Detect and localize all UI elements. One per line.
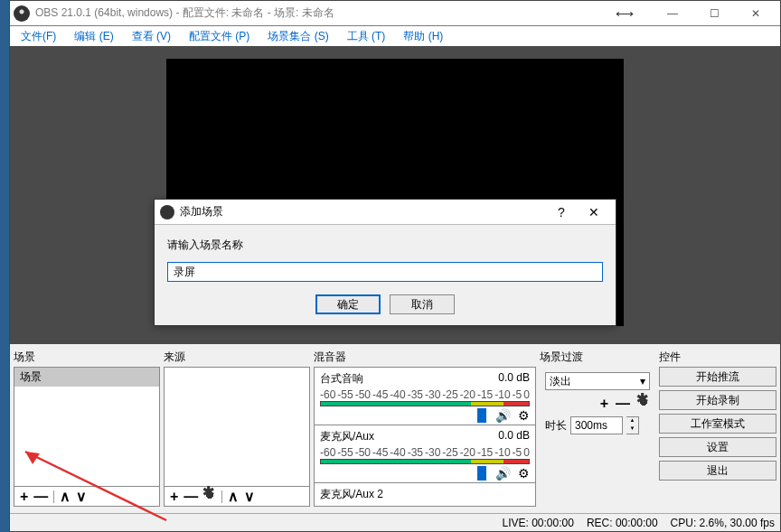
add-scene-dialog: 添加场景 ? ✕ 请输入场景名称 确定 取消	[154, 199, 616, 326]
mixer-panel: 混音器 台式音响 0.0 dB -60-55-50-45-40-35-30-25…	[314, 348, 536, 507]
minimize-button[interactable]: —	[652, 1, 693, 26]
channel-level: 0.0 dB	[498, 371, 530, 387]
sources-panel: 来源 + — ∧ ∨	[164, 348, 310, 507]
meter-bar	[320, 459, 530, 464]
obs-logo-icon	[14, 5, 30, 22]
mixer-channel: 麦克风/Aux 2 -60-55-50-45-40-35-30-25-20-15…	[315, 483, 535, 507]
settings-button[interactable]: 设置	[659, 437, 776, 457]
gear-icon	[203, 489, 216, 501]
add-transition-button[interactable]: +	[600, 397, 608, 411]
menu-profile[interactable]: 配置文件 (P)	[182, 27, 257, 46]
sources-panel-title: 来源	[164, 348, 310, 367]
gear-icon	[637, 396, 650, 408]
start-stream-button[interactable]: 开始推流	[659, 367, 776, 387]
menu-view[interactable]: 查看 (V)	[125, 27, 178, 46]
menu-help[interactable]: 帮助 (H)	[396, 27, 450, 46]
dialog-help-button[interactable]: ?	[545, 205, 578, 219]
volume-slider[interactable]	[477, 408, 486, 423]
annotation-arrow	[13, 443, 175, 529]
transitions-panel-title: 场景过渡	[540, 348, 655, 367]
controls-panel-title: 控件	[659, 348, 776, 367]
channel-name: 台式音响	[320, 371, 363, 387]
meter-ticks: -60-55-50-45-40-35-30-25-20-15-10-50	[320, 446, 530, 459]
dialog-prompt: 请输入场景名称	[167, 238, 603, 253]
status-rec: REC: 00:00:00	[587, 517, 658, 529]
split-arrows-icon[interactable]: ⟷	[616, 6, 634, 21]
mixer-channel: 麦克风/Aux 0.0 dB -60-55-50-45-40-35-30-25-…	[315, 425, 535, 483]
window-title: OBS 21.0.1 (64bit, windows) - 配置文件: 未命名 …	[35, 5, 616, 21]
channel-name: 麦克风/Aux	[320, 429, 374, 444]
controls-panel: 控件 开始推流开始录制工作室模式设置退出	[659, 348, 776, 507]
cancel-button[interactable]: 取消	[390, 294, 455, 314]
maximize-button[interactable]: ☐	[693, 1, 735, 26]
ok-button[interactable]: 确定	[315, 294, 381, 314]
transition-select[interactable]: 淡出 ▾	[545, 372, 650, 390]
volume-slider[interactable]	[477, 466, 486, 481]
remove-source-button[interactable]: —	[183, 490, 198, 504]
status-cpu: CPU: 2.6%, 30.00 fps	[671, 517, 775, 529]
source-up-button[interactable]: ∧	[228, 490, 239, 504]
channel-level: 0.0 dB	[498, 429, 530, 444]
menu-edit[interactable]: 编辑 (E)	[67, 27, 120, 46]
speaker-icon[interactable]: 🔊	[495, 466, 511, 481]
titlebar: OBS 21.0.1 (64bit, windows) - 配置文件: 未命名 …	[10, 1, 780, 26]
channel-name: 麦克风/Aux 2	[320, 487, 383, 502]
meter-ticks: -60-55-50-45-40-35-30-25-20-15-10-50	[320, 388, 530, 401]
gear-icon[interactable]: ⚙	[518, 466, 530, 481]
scene-name-input[interactable]	[167, 262, 603, 282]
source-down-button[interactable]: ∨	[244, 490, 255, 504]
start-record-button[interactable]: 开始录制	[659, 390, 776, 410]
transitions-panel: 场景过渡 淡出 ▾ + — 时长 ▲▼	[540, 348, 655, 507]
scene-item[interactable]: 场景	[14, 368, 159, 387]
transition-settings-button[interactable]	[637, 396, 650, 411]
sources-list[interactable]	[164, 367, 310, 487]
obs-logo-icon	[160, 205, 174, 219]
status-live: LIVE: 00:00:00	[502, 517, 573, 529]
duration-spinner[interactable]: ▲▼	[626, 416, 639, 434]
scenes-panel-title: 场景	[14, 348, 160, 367]
source-settings-button[interactable]	[203, 489, 216, 504]
menu-tools[interactable]: 工具 (T)	[340, 27, 393, 46]
svg-line-0	[25, 452, 166, 520]
close-button[interactable]: ✕	[735, 1, 776, 26]
duration-label: 时长	[545, 418, 567, 434]
studio-mode-button[interactable]: 工作室模式	[659, 414, 776, 434]
duration-input[interactable]	[570, 416, 623, 434]
mixer-channel: 台式音响 0.0 dB -60-55-50-45-40-35-30-25-20-…	[315, 368, 535, 425]
transition-value: 淡出	[550, 374, 571, 389]
gear-icon[interactable]: ⚙	[518, 408, 530, 423]
meter-bar	[320, 401, 530, 406]
dialog-title: 添加场景	[180, 204, 545, 219]
chevron-down-icon: ▾	[640, 375, 645, 387]
speaker-icon[interactable]: 🔊	[495, 408, 511, 423]
mixer-list: 台式音响 0.0 dB -60-55-50-45-40-35-30-25-20-…	[314, 367, 536, 507]
menu-file[interactable]: 文件(F)	[14, 27, 63, 46]
sources-toolbar: + — ∧ ∨	[164, 487, 310, 507]
dialog-close-button[interactable]: ✕	[578, 205, 610, 219]
exit-button[interactable]: 退出	[659, 461, 776, 481]
menu-scene-collection[interactable]: 场景集合 (S)	[260, 27, 335, 46]
remove-transition-button[interactable]: —	[616, 397, 630, 411]
mixer-panel-title: 混音器	[314, 348, 536, 367]
menubar: 文件(F) 编辑 (E) 查看 (V) 配置文件 (P) 场景集合 (S) 工具…	[10, 26, 780, 46]
